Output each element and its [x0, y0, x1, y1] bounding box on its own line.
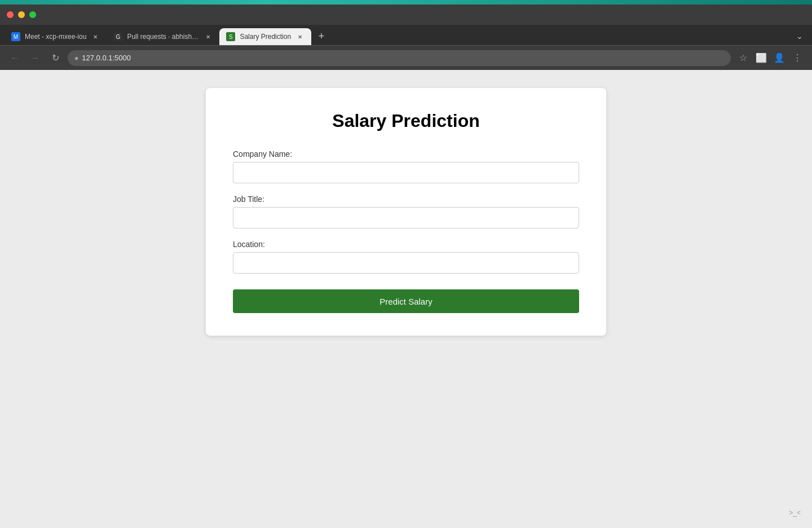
traffic-light-maximize[interactable]	[29, 11, 36, 18]
github-favicon: G	[113, 32, 122, 41]
page-content: Salary Prediction Company Name: Job Titl…	[0, 70, 812, 528]
browser-tabs: M Meet - xcp-mxee-iou ✕ G Pull requests …	[0, 25, 812, 45]
tab-meet-label: Meet - xcp-mxee-iou	[25, 33, 86, 41]
location-input[interactable]	[233, 252, 579, 274]
job-title-label: Job Title:	[233, 195, 579, 204]
tab-github-label: Pull requests · abhisheks008...	[127, 33, 199, 41]
browser-title-bar	[0, 5, 812, 25]
tab-github-close[interactable]: ✕	[204, 32, 213, 41]
page-title: Salary Prediction	[233, 111, 579, 131]
bookmark-icon[interactable]: ☆	[735, 50, 751, 66]
traffic-lights	[7, 11, 36, 18]
traffic-light-close[interactable]	[7, 11, 14, 18]
job-title-group: Job Title:	[233, 195, 579, 228]
tab-github[interactable]: G Pull requests · abhisheks008... ✕	[107, 28, 219, 45]
back-button[interactable]: ←	[7, 50, 23, 66]
company-name-input[interactable]	[233, 162, 579, 183]
tab-salary-label: Salary Prediction	[240, 33, 291, 41]
tab-salary[interactable]: S Salary Prediction ✕	[219, 28, 311, 45]
predict-salary-button[interactable]: Predict Salary	[233, 289, 579, 313]
location-label: Location:	[233, 240, 579, 249]
tab-salary-close[interactable]: ✕	[295, 32, 304, 41]
browser-chrome: M Meet - xcp-mxee-iou ✕ G Pull requests …	[0, 0, 812, 70]
profile-icon[interactable]: 👤	[771, 50, 787, 66]
tabs-more-button[interactable]: ⌄	[792, 29, 807, 43]
address-text: 127.0.0.1:5000	[82, 54, 131, 62]
toolbar-actions: ☆ ⬜ 👤 ⋮	[735, 50, 805, 66]
browser-top-bar	[0, 0, 812, 5]
salary-favicon: S	[226, 32, 235, 41]
reload-button[interactable]: ↻	[47, 50, 63, 66]
browser-toolbar: ← → ↻ ● 127.0.0.1:5000 ☆ ⬜ 👤 ⋮	[0, 45, 812, 70]
tab-meet-close[interactable]: ✕	[91, 32, 100, 41]
job-title-input[interactable]	[233, 207, 579, 228]
company-name-group: Company Name:	[233, 149, 579, 183]
traffic-light-minimize[interactable]	[18, 11, 25, 18]
forward-button[interactable]: →	[27, 50, 43, 66]
company-name-label: Company Name:	[233, 149, 579, 159]
meet-favicon: M	[11, 32, 20, 41]
location-group: Location:	[233, 240, 579, 274]
extensions-icon[interactable]: ⬜	[753, 50, 769, 66]
main-card: Salary Prediction Company Name: Job Titl…	[206, 88, 606, 336]
menu-icon[interactable]: ⋮	[789, 50, 805, 66]
address-bar[interactable]: ● 127.0.0.1:5000	[68, 50, 731, 66]
tab-meet[interactable]: M Meet - xcp-mxee-iou ✕	[5, 28, 107, 45]
lock-icon: ●	[74, 54, 78, 62]
corner-indicator: >_<	[789, 509, 801, 517]
new-tab-button[interactable]: +	[314, 28, 329, 44]
